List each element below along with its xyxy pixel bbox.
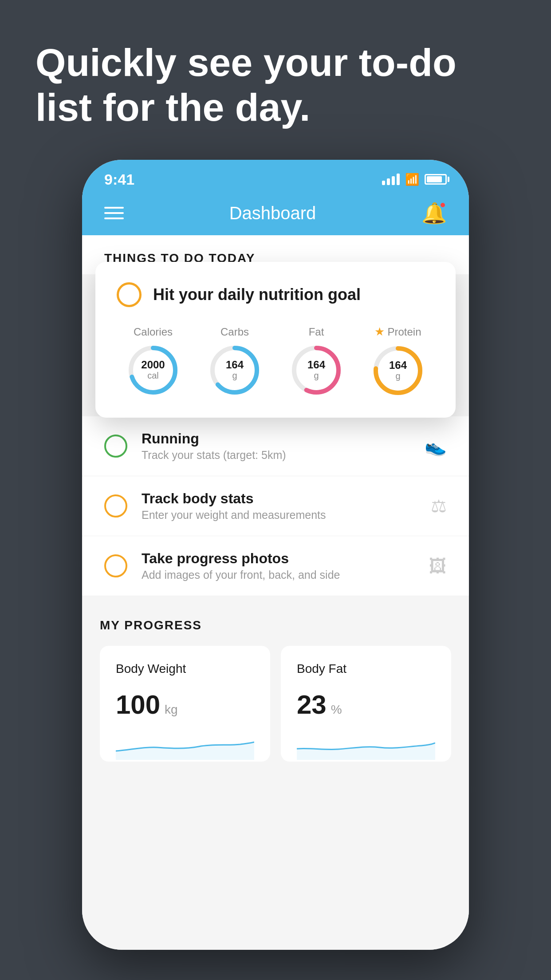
- protein-label: ★ Protein: [374, 325, 421, 339]
- status-bar: 9:41 📶: [82, 160, 469, 191]
- battery-icon: [425, 174, 447, 185]
- carbs-label: Carbs: [220, 326, 249, 338]
- body-fat-value-row: 23 %: [297, 689, 435, 720]
- todo-name-progress-photos: Take progress photos: [142, 550, 415, 567]
- carbs-item: Carbs 164 g: [208, 326, 261, 397]
- todo-name-running: Running: [142, 431, 410, 447]
- progress-cards: Body Weight 100 kg Body Fat: [100, 646, 451, 762]
- protein-ring: 164 g: [371, 344, 425, 397]
- todo-desc-body-stats: Enter your weight and measurements: [142, 509, 417, 522]
- carbs-ring: 164 g: [208, 344, 261, 397]
- nav-title: Dashboard: [229, 203, 316, 223]
- scale-icon: ⚖: [431, 496, 447, 516]
- notification-badge: [440, 202, 446, 208]
- todo-desc-running: Track your stats (target: 5km): [142, 449, 410, 462]
- nav-bar: Dashboard 🔔: [82, 191, 469, 235]
- body-weight-unit: kg: [165, 703, 178, 717]
- hamburger-line: [104, 217, 124, 219]
- protein-value: 164: [389, 360, 407, 371]
- body-fat-value: 23: [297, 689, 327, 720]
- phone-shell: 9:41 📶 Dashboard: [82, 160, 469, 950]
- calories-unit: cal: [141, 371, 165, 381]
- todo-desc-progress-photos: Add images of your front, back, and side: [142, 569, 415, 581]
- progress-section: MY PROGRESS Body Weight 100 kg: [82, 596, 469, 779]
- hamburger-line: [104, 207, 124, 209]
- todo-list: Running Track your stats (target: 5km) 👟…: [82, 416, 469, 596]
- running-icon: 👟: [425, 436, 447, 457]
- calories-label: Calories: [134, 326, 173, 338]
- fat-ring: 164 g: [290, 344, 343, 397]
- wifi-icon: 📶: [405, 173, 419, 186]
- nutrition-row: Calories 2000 cal: [117, 325, 434, 397]
- card-title: Hit your daily nutrition goal: [153, 285, 361, 304]
- fat-item: Fat 164 g: [290, 326, 343, 397]
- status-icons: 📶: [382, 173, 447, 186]
- signal-icon: [382, 174, 400, 185]
- protein-label-text: Protein: [387, 326, 421, 338]
- check-circle[interactable]: [117, 282, 142, 307]
- notification-button[interactable]: 🔔: [421, 201, 447, 225]
- phone-container: 9:41 📶 Dashboard: [82, 160, 469, 950]
- todo-running[interactable]: Running Track your stats (target: 5km) 👟: [82, 416, 469, 476]
- todo-progress-photos[interactable]: Take progress photos Add images of your …: [82, 536, 469, 596]
- progress-title: MY PROGRESS: [100, 618, 451, 632]
- todo-text-progress-photos: Take progress photos Add images of your …: [142, 550, 415, 581]
- protein-unit: g: [389, 371, 407, 382]
- body-fat-card[interactable]: Body Fat 23 %: [281, 646, 451, 762]
- photo-icon: 🖼: [429, 556, 447, 576]
- fat-value: 164: [307, 359, 325, 371]
- todo-text-body-stats: Track body stats Enter your weight and m…: [142, 490, 417, 522]
- body-fat-chart: [297, 733, 435, 760]
- hamburger-line: [104, 212, 124, 214]
- todo-name-body-stats: Track body stats: [142, 490, 417, 507]
- body-fat-card-title: Body Fat: [297, 662, 435, 676]
- star-icon: ★: [374, 325, 385, 339]
- body-weight-card-title: Body Weight: [116, 662, 254, 676]
- todo-circle-running: [104, 435, 127, 458]
- fat-label: Fat: [309, 326, 324, 338]
- menu-button[interactable]: [104, 207, 124, 219]
- todo-circle-progress-photos: [104, 554, 127, 577]
- hero-title: Quickly see your to-do list for the day.: [35, 40, 516, 130]
- todo-body-stats[interactable]: Track body stats Enter your weight and m…: [82, 476, 469, 536]
- nutrition-card: Hit your daily nutrition goal Calories: [95, 262, 456, 418]
- todo-text-running: Running Track your stats (target: 5km): [142, 431, 410, 462]
- body-weight-card[interactable]: Body Weight 100 kg: [100, 646, 270, 762]
- body-weight-value-row: 100 kg: [116, 689, 254, 720]
- body-fat-unit: %: [331, 703, 342, 717]
- app-content: THINGS TO DO TODAY Hit your daily nutrit…: [82, 235, 469, 950]
- card-header: Hit your daily nutrition goal: [117, 282, 434, 307]
- calories-item: Calories 2000 cal: [126, 326, 180, 397]
- fat-unit: g: [307, 371, 325, 381]
- calories-ring: 2000 cal: [126, 344, 180, 397]
- calories-value: 2000: [141, 359, 165, 371]
- carbs-unit: g: [226, 371, 244, 381]
- protein-item: ★ Protein 164 g: [371, 325, 425, 397]
- body-weight-value: 100: [116, 689, 160, 720]
- hero-section: Quickly see your to-do list for the day.: [35, 40, 516, 130]
- status-time: 9:41: [104, 171, 134, 188]
- carbs-value: 164: [226, 359, 244, 371]
- body-weight-chart: [116, 733, 254, 760]
- todo-circle-body-stats: [104, 494, 127, 518]
